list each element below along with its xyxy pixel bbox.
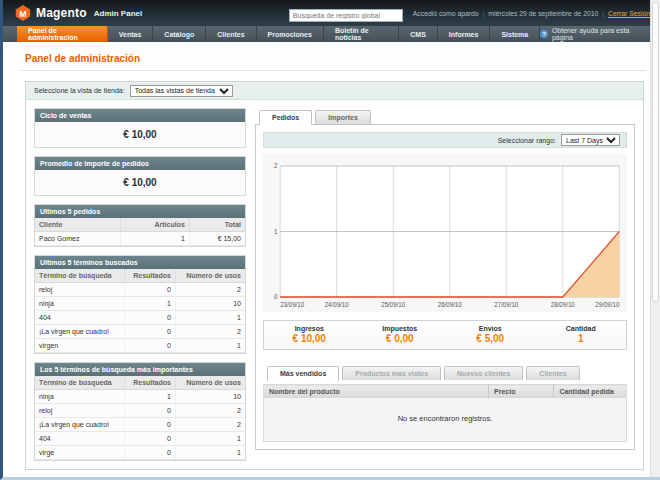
total-value: 1	[536, 333, 627, 344]
store-view-select[interactable]: Todas las vistas de tienda	[130, 85, 233, 97]
top-search-terms-title: Los 5 términos de búsqueda más important…	[35, 363, 245, 376]
table-row: virge01	[35, 446, 245, 460]
table-row: Paco Gomez1€ 15,00	[35, 232, 245, 246]
page-title: Panel de administración	[25, 53, 646, 64]
last-orders-table: ClienteArtículosTotalPaco Gomez1€ 15,00	[35, 218, 245, 246]
help-link[interactable]: ? Obtener ayuda para esta página	[540, 26, 660, 42]
lifetime-sales-card: Ciclo de ventas € 10,00	[34, 108, 246, 148]
column-header: Número de usos	[175, 269, 245, 283]
last-orders-title: Ultimos 5 pedidos	[35, 205, 245, 218]
totals-bar: Ingresos€ 10,00Impuestos€ 0,00Envíos€ 5,…	[263, 320, 627, 350]
column-header: Cantidad pedida	[554, 385, 627, 399]
bottom-tabs: Más vendidosProductos más vistosNuevos c…	[263, 364, 627, 380]
total-value: € 0,00	[355, 333, 446, 344]
svg-text:28/09/10: 28/09/10	[551, 301, 575, 308]
total-cantidad: Cantidad1	[536, 325, 627, 344]
tab-m-s-vendidos[interactable]: Más vendidos	[267, 366, 339, 381]
orders-chart-area: 23/09/1024/09/1025/09/1026/09/1027/09/10…	[263, 154, 627, 312]
last-search-terms-table: Término de búsquedaResultadosNúmero de u…	[35, 269, 245, 353]
average-orders-title: Promedio de importe de pedidos	[35, 157, 245, 170]
svg-text:25/09/10: 25/09/10	[381, 301, 405, 308]
orders-chart: 23/09/1024/09/1025/09/1026/09/1027/09/10…	[265, 158, 625, 310]
table-row: 40401	[35, 311, 245, 325]
svg-text:24/09/10: 24/09/10	[325, 301, 349, 308]
svg-text:0: 0	[274, 293, 278, 300]
tab-productos-m-s-vistos[interactable]: Productos más vistos	[342, 366, 441, 380]
svg-text:2: 2	[274, 162, 278, 169]
nav-item-ventas[interactable]: Ventas	[108, 26, 154, 42]
top-search-terms-table: Término de búsquedaResultadosNúmero de u…	[35, 376, 245, 460]
global-search-input[interactable]	[289, 9, 403, 22]
magento-logo-icon: M	[15, 5, 31, 21]
top-header: M Magento Admin Panel Accedió como apard…	[3, 0, 660, 26]
products-table: Nombre del producto Precio Cantidad pedi…	[263, 384, 627, 442]
table-row: ninja110	[35, 390, 245, 404]
scrollbar[interactable]	[650, 0, 660, 480]
lifetime-sales-value: € 10,00	[35, 122, 245, 147]
logged-in-as: Accedió como apardo	[413, 10, 479, 17]
total-ingresos: Ingresos€ 10,00	[264, 325, 355, 344]
nav-item-cat-logo[interactable]: Catálogo	[153, 26, 206, 42]
current-date: miércoles 29 de septiembre de 2010	[488, 10, 598, 17]
table-row: ¡La virgen que cuadro!02	[35, 325, 245, 339]
title-divider	[21, 70, 646, 71]
tab-nuevos-clientes[interactable]: Nuevos clientes	[444, 366, 523, 380]
top-search-terms-card: Los 5 términos de búsqueda más important…	[34, 362, 246, 461]
dashboard-main: PedidosImportes Seleccionar rango: Last …	[255, 108, 635, 461]
table-row: ¡La virgen que cuadro!02	[35, 418, 245, 432]
nav-item-sistema[interactable]: Sistema	[490, 26, 540, 42]
column-header: Término de búsqueda	[35, 376, 124, 390]
nav-item-bolet-n-de-noticias[interactable]: Boletín de noticias	[324, 26, 399, 42]
main-nav-items: Panel de administraciónVentasCatálogoCli…	[17, 26, 540, 42]
average-orders-value: € 10,00	[35, 170, 245, 195]
range-select[interactable]: Last 7 Days	[561, 134, 620, 146]
total-label: Impuestos	[355, 325, 446, 332]
svg-text:M: M	[19, 9, 26, 19]
svg-text:23/09/10: 23/09/10	[280, 301, 304, 308]
column-header: Total	[189, 218, 245, 232]
tab-pedidos[interactable]: Pedidos	[259, 110, 312, 125]
column-header: Resultados	[124, 269, 175, 283]
range-label: Seleccionar rango:	[498, 137, 556, 144]
column-header: Nombre del producto	[264, 385, 489, 399]
tab-importes[interactable]: Importes	[315, 110, 371, 124]
column-header: Precio	[489, 385, 554, 399]
magento-logo: M Magento Admin Panel	[15, 5, 142, 21]
nav-item-panel-de-administraci-n[interactable]: Panel de administración	[17, 26, 108, 42]
chart-panel: Seleccionar rango: Last 7 Days 23/09/102…	[255, 124, 635, 450]
total-label: Envíos	[445, 325, 536, 332]
total-label: Cantidad	[536, 325, 627, 332]
svg-text:1: 1	[274, 228, 278, 235]
table-row: reloj02	[35, 404, 245, 418]
help-label: Obtener ayuda para esta página	[552, 27, 648, 41]
column-header: Cliente	[35, 218, 121, 232]
last-search-terms-card: Ultimos 5 términos buscados Término de b…	[34, 255, 246, 354]
nav-item-informes[interactable]: Informes	[438, 26, 491, 42]
table-row: 40401	[35, 432, 245, 446]
svg-text:27/09/10: 27/09/10	[494, 301, 518, 308]
total-envíos: Envíos€ 5,00	[445, 325, 536, 344]
total-value: € 10,00	[264, 333, 355, 344]
table-row: reloj02	[35, 283, 245, 297]
last-orders-card: Ultimos 5 pedidos ClienteArtículosTotalP…	[34, 204, 246, 247]
help-icon: ?	[540, 30, 548, 38]
empty-message: No se encontraron registros.	[264, 398, 627, 442]
column-header: Término de búsqueda	[35, 269, 124, 283]
dashboard-sidebar: Ciclo de ventas € 10,00 Promedio de impo…	[34, 108, 246, 461]
column-header: Resultados	[124, 376, 175, 390]
nav-item-clientes[interactable]: Clientes	[206, 26, 256, 42]
lifetime-sales-title: Ciclo de ventas	[35, 109, 245, 122]
store-view-label: Seleccione la vista de tienda:	[34, 87, 125, 94]
total-value: € 5,00	[445, 333, 536, 344]
main-nav: Panel de administraciónVentasCatálogoCli…	[3, 26, 660, 43]
svg-text:26/09/10: 26/09/10	[438, 301, 462, 308]
column-header: Artículos	[121, 218, 190, 232]
logo-text: Magento	[36, 6, 87, 20]
logout-link[interactable]: Cerrar Sesión	[608, 10, 650, 17]
nav-item-cms[interactable]: CMS	[399, 26, 438, 42]
nav-item-promociones[interactable]: Promociones	[257, 26, 324, 42]
total-label: Ingresos	[264, 325, 355, 332]
logo-suffix: Admin Panel	[94, 9, 142, 18]
tab-clientes[interactable]: Clientes	[526, 366, 579, 380]
scrollbar-thumb[interactable]	[652, 2, 659, 302]
